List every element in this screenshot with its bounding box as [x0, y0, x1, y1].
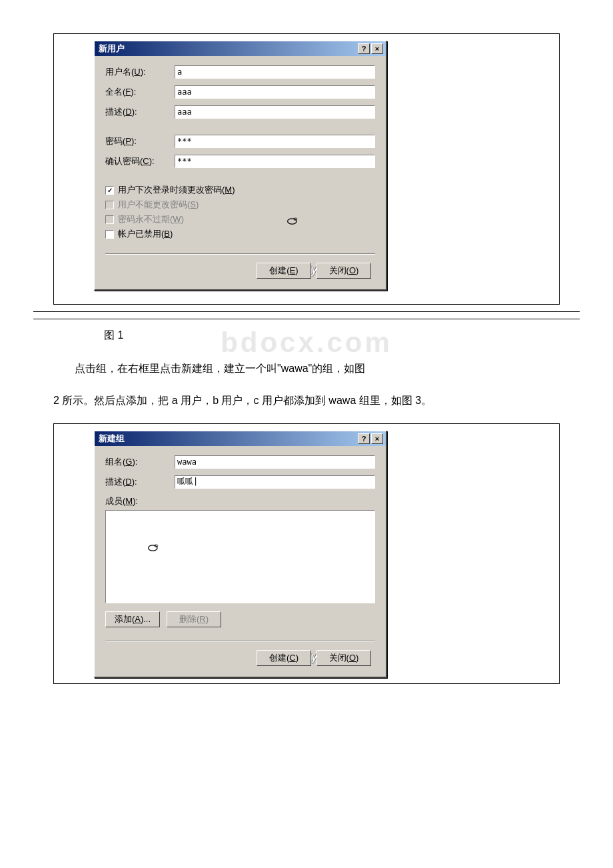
instruction-paragraph-2: 2 所示。然后点添加，把 a 用户，b 用户，c 用户都添加到 wawa 组里，… [53, 391, 560, 411]
new-group-dialog: 新建组 ? × 组名(G): 描述(D): 成员(M): 添加(A). [94, 431, 387, 678]
page-divider [33, 311, 580, 319]
dialog-title: 新建组 [97, 433, 125, 445]
separator [105, 253, 375, 255]
create-button[interactable]: 创建(E) [257, 263, 311, 279]
members-listbox[interactable] [105, 510, 375, 603]
help-button[interactable]: ? [358, 43, 370, 54]
fullname-label: 全名(F): [105, 86, 175, 98]
help-button[interactable]: ? [358, 433, 370, 444]
dialog-title: 新用户 [97, 43, 125, 55]
close-button[interactable]: × [371, 433, 383, 444]
password-input[interactable] [175, 135, 375, 148]
close-group-dialog-button[interactable]: 关闭(O) [316, 650, 371, 666]
svg-point-2 [149, 545, 157, 551]
add-button[interactable]: 添加(A)... [105, 611, 160, 627]
fullname-input[interactable] [175, 85, 375, 99]
username-label: 用户名(U): [105, 66, 175, 78]
dialog-body: 组名(G): 描述(D): 成员(M): 添加(A)... 删除(R) www.… [95, 446, 386, 677]
never-expire-label: 密码永不过期(W) [118, 213, 184, 225]
titlebar: 新用户 ? × [95, 41, 386, 56]
close-button[interactable]: × [371, 43, 383, 54]
password-label: 密码(P): [105, 135, 175, 147]
instruction-paragraph: 点击组，在右框里点击新建组，建立一个叫"wawa"的组，如图 [53, 359, 560, 379]
group-description-input[interactable] [175, 475, 375, 489]
groupname-label: 组名(G): [105, 456, 175, 468]
svg-point-0 [288, 219, 297, 224]
account-disabled-label: 帐户已禁用(B) [118, 228, 173, 240]
remove-button: 删除(R) [167, 611, 221, 627]
dialog-body: 用户名(U): 全名(F): 描述(D): 密码(P): 确认密码(C): [95, 56, 386, 289]
cannot-change-checkbox [105, 201, 114, 209]
username-input[interactable] [175, 65, 375, 79]
separator [105, 641, 375, 642]
confirm-password-input[interactable] [175, 155, 375, 168]
description-input[interactable] [175, 105, 375, 119]
must-change-label: 用户下次登录时须更改密码(M) [118, 184, 235, 196]
bdocx-watermark: bdocx.com [53, 327, 560, 359]
group-description-label: 描述(D): [105, 476, 175, 488]
groupname-input[interactable] [175, 455, 375, 469]
figure-2-container: 新建组 ? × 组名(G): 描述(D): 成员(M): 添加(A). [53, 423, 560, 684]
members-label: 成员(M): [105, 495, 175, 507]
figure-1-container: 新用户 ? × 用户名(U): 全名(F): 描述(D): 密码(P): [53, 33, 560, 305]
never-expire-checkbox [105, 215, 114, 224]
account-disabled-checkbox[interactable] [105, 230, 114, 239]
must-change-checkbox[interactable] [105, 186, 114, 195]
titlebar: 新建组 ? × [95, 431, 386, 446]
confirm-password-label: 确认密码(C): [105, 155, 175, 167]
cursor-icon [285, 215, 301, 228]
create-group-button[interactable]: 创建(C) [257, 650, 311, 666]
new-user-dialog: 新用户 ? × 用户名(U): 全名(F): 描述(D): 密码(P): [94, 41, 387, 291]
close-dialog-button[interactable]: 关闭(O) [316, 263, 371, 279]
description-label: 描述(D): [105, 106, 175, 118]
cannot-change-label: 用户不能更改密码(S) [118, 199, 199, 211]
cursor-icon [146, 541, 162, 555]
